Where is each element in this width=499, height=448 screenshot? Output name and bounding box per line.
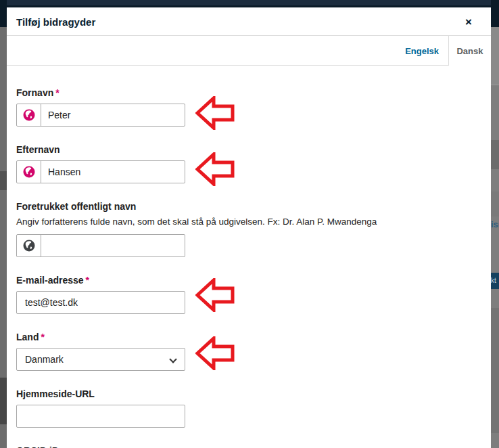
tab-danish[interactable]: Dansk — [448, 36, 491, 66]
last-name-input[interactable] — [41, 161, 185, 183]
backdrop-top-bar-highlight — [0, 0, 499, 5]
globe-icon[interactable] — [17, 235, 41, 256]
homepage-input[interactable] — [17, 405, 185, 427]
last-name-label-text: Efternavn — [16, 144, 60, 155]
homepage-label: Hjemmeside-URL — [16, 388, 481, 399]
country-select-value: Danmark — [25, 354, 64, 365]
field-group-last-name: Efternavn — [16, 144, 481, 183]
first-name-label-text: Fornavn — [16, 87, 53, 98]
field-group-email: E-mail-adresse* — [16, 275, 481, 314]
annotation-arrow-first-name — [195, 96, 235, 130]
modal-title: Tilføj bidragyder — [16, 16, 95, 28]
last-name-input-row — [16, 160, 185, 183]
contributor-form: Fornavn* Efternavn — [7, 66, 491, 448]
email-label: E-mail-adresse* — [16, 275, 481, 286]
orcid-label-text: ORCID iD — [16, 445, 59, 448]
backdrop-partial-link: ism — [491, 219, 499, 229]
email-input-row — [16, 291, 185, 314]
field-group-orcid: ORCID iD — [16, 445, 481, 448]
preferred-name-input[interactable] — [41, 235, 185, 256]
preferred-name-help: Angiv forfatterens fulde navn, som det s… — [16, 215, 481, 229]
preferred-name-input-row — [16, 234, 185, 257]
country-label: Land* — [16, 332, 481, 342]
required-asterisk: * — [55, 87, 59, 98]
tabbar-divider — [7, 65, 448, 66]
chevron-down-icon — [169, 355, 176, 363]
orcid-label: ORCID iD — [16, 445, 481, 448]
preferred-name-label: Foretrukket offentligt navn — [16, 201, 481, 212]
globe-icon[interactable] — [17, 104, 41, 126]
field-group-homepage: Hjemmeside-URL — [16, 388, 481, 428]
field-group-first-name: Fornavn* — [16, 87, 481, 127]
backdrop-partial-button: kt — [491, 273, 499, 289]
language-tabbar: Engelsk Dansk — [7, 35, 491, 66]
backdrop-left — [0, 0, 7, 448]
country-label-text: Land — [16, 332, 39, 342]
annotation-arrow-email — [195, 278, 235, 312]
annotation-arrow-last-name — [195, 152, 235, 186]
first-name-input[interactable] — [41, 104, 185, 126]
close-icon[interactable]: × — [465, 16, 480, 28]
first-name-label: Fornavn* — [16, 87, 481, 98]
email-input[interactable] — [17, 292, 185, 313]
field-group-country: Land* Danmark — [16, 332, 481, 371]
backdrop-right: ism kt — [491, 0, 499, 448]
required-asterisk: * — [86, 275, 89, 286]
modal-header: Tilføj bidragyder × — [7, 7, 491, 35]
required-asterisk: * — [41, 332, 44, 342]
add-contributor-modal: Tilføj bidragyder × Engelsk Dansk Fornav… — [7, 7, 491, 448]
country-select[interactable]: Danmark — [16, 348, 185, 371]
globe-icon[interactable] — [17, 161, 41, 183]
annotation-arrow-country — [195, 336, 235, 370]
preferred-name-label-text: Foretrukket offentligt navn — [16, 201, 136, 212]
first-name-input-row — [16, 104, 185, 127]
tab-english[interactable]: Engelsk — [396, 36, 448, 66]
homepage-input-row — [16, 405, 185, 428]
field-group-preferred-name: Foretrukket offentligt navn Angiv forfat… — [16, 201, 481, 257]
homepage-label-text: Hjemmeside-URL — [16, 388, 95, 399]
email-label-text: E-mail-adresse — [16, 275, 84, 286]
last-name-label: Efternavn — [16, 144, 481, 155]
